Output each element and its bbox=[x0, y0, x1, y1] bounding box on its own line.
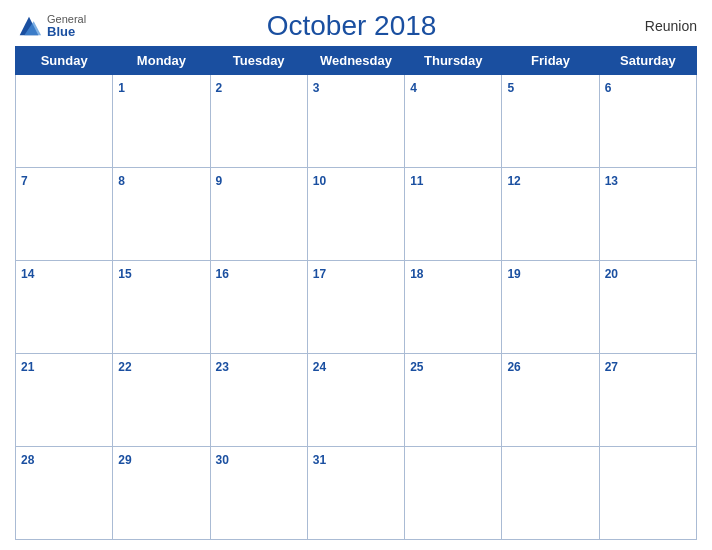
calendar-cell: 8 bbox=[113, 168, 210, 261]
logo-text: General Blue bbox=[47, 14, 86, 38]
day-number: 3 bbox=[313, 81, 320, 95]
day-number: 6 bbox=[605, 81, 612, 95]
header-thursday: Thursday bbox=[405, 47, 502, 75]
calendar-cell: 3 bbox=[307, 75, 404, 168]
calendar-week-row: 78910111213 bbox=[16, 168, 697, 261]
calendar-cell: 17 bbox=[307, 261, 404, 354]
calendar-cell: 13 bbox=[599, 168, 696, 261]
header-tuesday: Tuesday bbox=[210, 47, 307, 75]
calendar-cell: 26 bbox=[502, 354, 599, 447]
day-number: 14 bbox=[21, 267, 34, 281]
calendar-cell: 20 bbox=[599, 261, 696, 354]
calendar-cell: 4 bbox=[405, 75, 502, 168]
region-label: Reunion bbox=[617, 18, 697, 34]
calendar-cell: 23 bbox=[210, 354, 307, 447]
day-number: 1 bbox=[118, 81, 125, 95]
calendar-week-row: 21222324252627 bbox=[16, 354, 697, 447]
day-number: 17 bbox=[313, 267, 326, 281]
day-number: 27 bbox=[605, 360, 618, 374]
day-number: 8 bbox=[118, 174, 125, 188]
calendar-cell: 28 bbox=[16, 447, 113, 540]
day-number: 7 bbox=[21, 174, 28, 188]
calendar-cell: 21 bbox=[16, 354, 113, 447]
calendar-cell: 25 bbox=[405, 354, 502, 447]
logo-icon bbox=[15, 12, 43, 40]
calendar-cell: 31 bbox=[307, 447, 404, 540]
header: General Blue October 2018 Reunion bbox=[15, 10, 697, 42]
day-number: 4 bbox=[410, 81, 417, 95]
day-number: 10 bbox=[313, 174, 326, 188]
day-number: 5 bbox=[507, 81, 514, 95]
calendar-table: Sunday Monday Tuesday Wednesday Thursday… bbox=[15, 46, 697, 540]
day-number: 26 bbox=[507, 360, 520, 374]
day-number: 28 bbox=[21, 453, 34, 467]
calendar-cell bbox=[502, 447, 599, 540]
header-saturday: Saturday bbox=[599, 47, 696, 75]
calendar-cell: 19 bbox=[502, 261, 599, 354]
calendar-week-row: 123456 bbox=[16, 75, 697, 168]
day-number: 23 bbox=[216, 360, 229, 374]
calendar-cell: 18 bbox=[405, 261, 502, 354]
day-number: 12 bbox=[507, 174, 520, 188]
day-number: 30 bbox=[216, 453, 229, 467]
calendar-cell bbox=[405, 447, 502, 540]
calendar-cell: 10 bbox=[307, 168, 404, 261]
header-friday: Friday bbox=[502, 47, 599, 75]
calendar-cell: 6 bbox=[599, 75, 696, 168]
day-number: 2 bbox=[216, 81, 223, 95]
header-wednesday: Wednesday bbox=[307, 47, 404, 75]
calendar-cell: 27 bbox=[599, 354, 696, 447]
day-number: 25 bbox=[410, 360, 423, 374]
calendar-cell: 29 bbox=[113, 447, 210, 540]
calendar-cell bbox=[599, 447, 696, 540]
day-number: 24 bbox=[313, 360, 326, 374]
calendar-cell: 30 bbox=[210, 447, 307, 540]
calendar-cell: 16 bbox=[210, 261, 307, 354]
calendar-cell: 14 bbox=[16, 261, 113, 354]
calendar-cell: 22 bbox=[113, 354, 210, 447]
calendar-cell: 2 bbox=[210, 75, 307, 168]
weekday-header-row: Sunday Monday Tuesday Wednesday Thursday… bbox=[16, 47, 697, 75]
day-number: 21 bbox=[21, 360, 34, 374]
day-number: 31 bbox=[313, 453, 326, 467]
calendar-cell: 15 bbox=[113, 261, 210, 354]
calendar-cell: 1 bbox=[113, 75, 210, 168]
day-number: 11 bbox=[410, 174, 423, 188]
calendar-cell: 12 bbox=[502, 168, 599, 261]
day-number: 15 bbox=[118, 267, 131, 281]
calendar-week-row: 28293031 bbox=[16, 447, 697, 540]
header-sunday: Sunday bbox=[16, 47, 113, 75]
calendar-wrapper: General Blue October 2018 Reunion Sunday… bbox=[0, 0, 712, 550]
day-number: 22 bbox=[118, 360, 131, 374]
calendar-cell bbox=[16, 75, 113, 168]
header-monday: Monday bbox=[113, 47, 210, 75]
day-number: 18 bbox=[410, 267, 423, 281]
logo-area: General Blue bbox=[15, 12, 86, 40]
calendar-cell: 24 bbox=[307, 354, 404, 447]
calendar-cell: 9 bbox=[210, 168, 307, 261]
calendar-week-row: 14151617181920 bbox=[16, 261, 697, 354]
day-number: 16 bbox=[216, 267, 229, 281]
day-number: 19 bbox=[507, 267, 520, 281]
calendar-cell: 7 bbox=[16, 168, 113, 261]
day-number: 20 bbox=[605, 267, 618, 281]
day-number: 29 bbox=[118, 453, 131, 467]
month-title: October 2018 bbox=[86, 10, 617, 42]
day-number: 13 bbox=[605, 174, 618, 188]
calendar-cell: 5 bbox=[502, 75, 599, 168]
calendar-cell: 11 bbox=[405, 168, 502, 261]
day-number: 9 bbox=[216, 174, 223, 188]
logo-blue-label: Blue bbox=[47, 25, 86, 38]
